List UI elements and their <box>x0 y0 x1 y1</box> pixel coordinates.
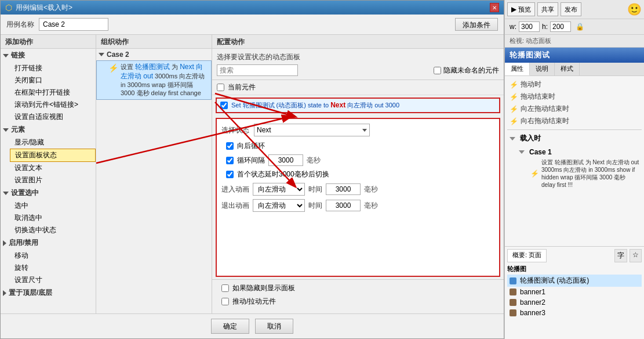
tree-item-move[interactable]: 移动 <box>10 250 96 262</box>
loop-interval-row: 循环间隔 毫秒 <box>221 154 494 166</box>
carousel-main-label: 轮播图测试 (动态面板) <box>520 276 589 286</box>
organize-tree: Case 2 ⚡ 设置 轮播图测试 为 Next 向左滑动 out 3000ms… <box>96 49 212 313</box>
tab-style[interactable]: 样式 <box>555 63 580 75</box>
org-action-text: 设置 轮播图测试 为 Next 向左滑动 out 3000ms 向左滑动 in … <box>121 63 209 98</box>
set-selected-collapse-icon <box>3 192 9 195</box>
smiley-icon: 🙂 <box>627 2 642 16</box>
enter-time-label: 时间 <box>308 185 322 194</box>
exit-anim-label: 退出动画 <box>221 201 249 211</box>
exit-time-unit: 毫秒 <box>364 201 378 211</box>
add-condition-button[interactable]: 添加条件 <box>455 18 498 31</box>
tree-item-select[interactable]: 选中 <box>10 200 96 212</box>
lock-icon: 🔒 <box>576 23 584 31</box>
load-case: Case 1 <box>516 147 642 157</box>
current-element-checkbox[interactable] <box>217 84 224 91</box>
tree-item-open-link[interactable]: 打开链接 <box>10 62 96 74</box>
event-swipe-left-label: 向左拖动结束时 <box>521 104 569 114</box>
enter-time-input[interactable] <box>326 183 361 195</box>
org-lightning-icon: ⚡ <box>108 63 118 73</box>
set-state-checkbox[interactable] <box>220 102 228 109</box>
push-pull-checkbox[interactable] <box>221 298 229 305</box>
bottom-tab-summary[interactable]: 概要: 页面 <box>507 249 547 262</box>
star-icon[interactable]: ☆ <box>630 249 642 262</box>
top-bottom-collapse-icon <box>3 290 6 296</box>
width-input[interactable] <box>519 21 540 32</box>
link-collapse-icon <box>3 54 9 57</box>
tree-item-scroll-to[interactable]: 滚动到元件<锚链接> <box>10 99 96 111</box>
config-detail-panel: 选择状态 Next 向后循环 循环间隔 <box>216 118 500 277</box>
loop-interval-checkbox[interactable] <box>226 157 234 164</box>
bottom-tab-controls: 字 ☆ <box>614 249 642 262</box>
preview-icon: ▶ <box>511 5 516 13</box>
event-swipe-right-label: 向右拖动结束时 <box>521 116 569 126</box>
set-state-item[interactable]: Set 轮播图测试 (动态面板) state to Next 向左滑动 out … <box>216 98 500 113</box>
tree-item-set-panel-state[interactable]: 设置面板状态 <box>10 149 96 162</box>
tree-section-set-selected[interactable]: 设置选中 <box>1 186 96 200</box>
enter-anim-select[interactable]: 向左滑动 <box>253 183 305 196</box>
tree-item-close-window[interactable]: 关闭窗口 <box>10 74 96 86</box>
load-case-container: Case 1 ⚡ 设置 轮播图测试 为 Next 向左滑动 out 3000ms… <box>507 147 642 190</box>
exit-time-input[interactable] <box>326 200 361 211</box>
dialog-title: 用例编辑<载入时> <box>16 3 72 13</box>
hide-unnamed-checkbox[interactable] <box>434 67 441 74</box>
loop-interval-input[interactable] <box>268 154 303 166</box>
carousel-item-banner1[interactable]: banner1 <box>507 287 642 297</box>
event-load-section: 载入时 <box>507 132 642 145</box>
tree-item-set-image[interactable]: 设置图片 <box>10 174 96 186</box>
carousel-banner1-label: banner1 <box>520 288 545 296</box>
right-tabs: 属性 说明 样式 <box>505 63 644 76</box>
tree-item-deselect[interactable]: 取消选中 <box>10 212 96 224</box>
configure-search-input[interactable] <box>217 64 298 76</box>
tree-item-adaptive-view[interactable]: 设置自适应视图 <box>10 111 96 123</box>
usecase-name-input[interactable] <box>39 18 108 31</box>
misc-collapse-icon <box>3 240 6 246</box>
swipe-right-icon: ⚡ <box>510 117 518 125</box>
right-panel-toolbar: ▶ 预览 共享 发布 🙂 <box>505 0 644 19</box>
height-input[interactable] <box>550 21 571 32</box>
tree-section-element[interactable]: 元素 <box>1 123 96 136</box>
org-selected-item[interactable]: ⚡ 设置 轮播图测试 为 Next 向左滑动 out 3000ms 向左滑动 i… <box>96 60 212 100</box>
organize-header: 组织动作 <box>96 35 212 49</box>
tree-item-set-text[interactable]: 设置文本 <box>10 162 96 174</box>
state-select-row: 选择状态 Next <box>221 124 494 136</box>
tree-item-show-hide[interactable]: 显示/隐藏 <box>10 136 96 149</box>
configure-panel-selector: 选择要设置状态的动态面板 隐藏未命名的元件 <box>212 49 504 80</box>
if-hidden-checkbox[interactable] <box>221 284 229 292</box>
tree-section-misc[interactable]: 启用/禁用 <box>1 236 96 250</box>
preview-button[interactable]: ▶ 预览 <box>507 2 535 16</box>
share-button[interactable]: 共享 <box>537 2 558 16</box>
divider-1 <box>507 129 642 130</box>
push-pull-row: 推动/拉动元件 <box>217 297 499 306</box>
cancel-button[interactable]: 取消 <box>255 319 293 334</box>
tree-item-set-size[interactable]: 设置尺寸 <box>10 274 96 286</box>
publish-button[interactable]: 发布 <box>561 2 581 16</box>
if-hidden-label: 如果隐藏则显示面板 <box>232 283 295 293</box>
carousel-item-banner3[interactable]: banner3 <box>507 308 642 318</box>
state-select-arrow-icon <box>362 129 367 132</box>
add-action-tree: 链接 打开链接 关闭窗口 在框架中打开链接 滚动到元件<锚链接> 设置自适应视图… <box>1 49 96 313</box>
carousel-section-label: 轮播图 <box>507 265 642 273</box>
org-case-header[interactable]: Case 2 <box>96 49 212 60</box>
panel-type-label: 检视: 动态面板 <box>505 35 644 48</box>
carousel-item-main[interactable]: 轮播图测试 (动态面板) <box>507 275 642 287</box>
exit-anim-select[interactable]: 向左滑动 <box>253 199 305 212</box>
ok-button[interactable]: 确定 <box>211 319 249 334</box>
first-state-delay-checkbox[interactable] <box>226 171 234 178</box>
filter-icon[interactable]: 字 <box>614 249 627 262</box>
carousel-item-banner2[interactable]: banner2 <box>507 297 642 308</box>
dialog-close-button[interactable]: ✕ <box>490 3 499 12</box>
load-action-text: 设置 轮播图测试 为 Next 向左滑动 out 3000ms 向左滑动 in … <box>541 158 639 189</box>
tree-item-rotate[interactable]: 旋转 <box>10 262 96 274</box>
dialog-footer: 确定 取消 <box>1 313 504 338</box>
width-label: w: <box>510 23 516 31</box>
tree-section-top-bottom[interactable]: 置于顶层/底层 <box>1 286 96 300</box>
event-drag: ⚡ 拖动时 <box>507 78 642 91</box>
load-expand-icon <box>510 137 515 140</box>
tab-properties[interactable]: 属性 <box>505 63 530 75</box>
loop-forward-checkbox[interactable] <box>226 142 234 150</box>
tree-item-toggle-select[interactable]: 切换选中状态 <box>10 224 96 236</box>
tree-section-link[interactable]: 链接 <box>1 49 96 62</box>
state-select-dropdown[interactable]: Next <box>254 124 370 136</box>
tab-description[interactable]: 说明 <box>530 63 555 75</box>
tree-item-open-frame[interactable]: 在框架中打开链接 <box>10 86 96 99</box>
